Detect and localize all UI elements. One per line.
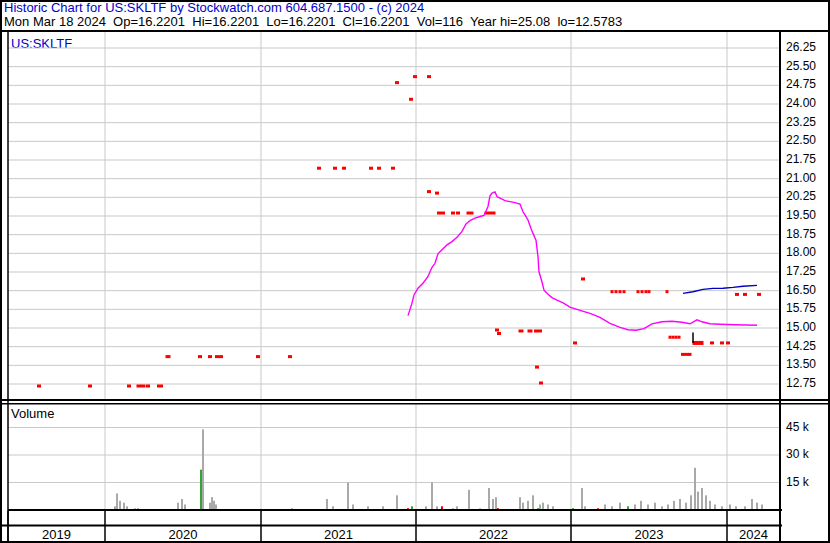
price-tick-label: 24.75 [786,78,816,91]
price-tick-label: 22.50 [786,134,816,147]
price-tick-label: 21.75 [786,153,816,166]
volume-tick-label: 45 k [786,421,809,434]
volume-tick-label: 15 k [786,476,809,489]
year-label: 2019 [8,527,105,542]
year-label: 2021 [261,527,416,542]
year-label: 2020 [105,527,261,542]
chart-canvas [0,0,830,543]
year-label: 2023 [571,527,727,542]
price-tick-label: 23.25 [786,116,816,129]
price-tick-label: 21.00 [786,172,816,185]
price-tick-label: 13.50 [786,358,816,371]
price-tick-label: 20.25 [786,190,816,203]
price-tick-label: 17.25 [786,265,816,278]
price-tick-label: 25.50 [786,60,816,73]
price-tick-label: 26.25 [786,41,816,54]
year-label: 2022 [416,527,571,542]
volume-tick-label: 30 k [786,448,809,461]
price-tick-label: 24.00 [786,97,816,110]
price-tick-label: 18.00 [786,246,816,259]
price-tick-label: 14.25 [786,340,816,353]
price-tick-label: 12.75 [786,377,816,390]
price-tick-label: 19.50 [786,209,816,222]
historic-chart-window: Historic Chart for US:SKLTF by Stockwatc… [0,0,830,543]
price-tick-label: 18.75 [786,228,816,241]
price-tick-label: 15.00 [786,321,816,334]
price-tick-label: 16.50 [786,284,816,297]
price-tick-label: 15.75 [786,302,816,315]
year-label: 2024 [727,527,780,542]
